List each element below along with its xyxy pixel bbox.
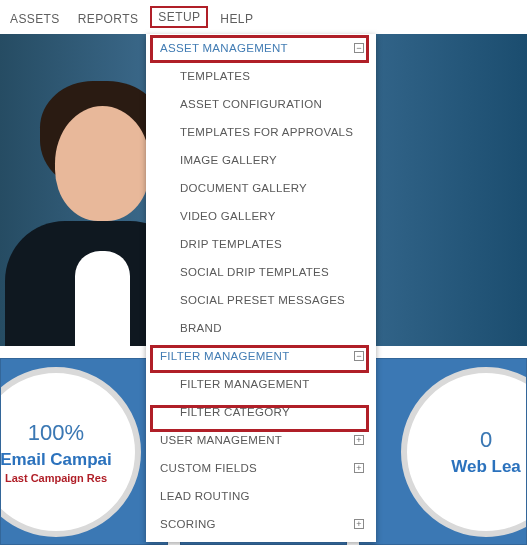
- menu-label: FILTER MANAGEMENT: [160, 350, 289, 362]
- menu-templates[interactable]: TEMPLATES: [146, 62, 376, 90]
- menu-social-preset-messages[interactable]: SOCIAL PRESET MESSAGES: [146, 286, 376, 314]
- stat-label: Web Lea: [451, 457, 521, 477]
- stat-label: Email Campai: [0, 450, 112, 470]
- stat-circle: 100% Email Campai Last Campaign Res: [0, 367, 141, 537]
- expand-icon[interactable]: +: [354, 463, 364, 473]
- menu-document-gallery[interactable]: DOCUMENT GALLERY: [146, 174, 376, 202]
- menu-lead-routing[interactable]: LEAD ROUTING: [146, 482, 376, 510]
- setup-dropdown: ASSET MANAGEMENT − TEMPLATES ASSET CONFI…: [146, 34, 376, 542]
- menu-label: SCORING: [160, 518, 216, 530]
- nav-reports[interactable]: REPORTS: [78, 10, 139, 28]
- expand-icon[interactable]: +: [354, 519, 364, 529]
- menu-filter-category[interactable]: FILTER CATEGORY: [146, 398, 376, 426]
- menu-scoring[interactable]: SCORING +: [146, 510, 376, 538]
- menu-label: CUSTOM FIELDS: [160, 462, 257, 474]
- collapse-icon[interactable]: −: [354, 351, 364, 361]
- menu-label: LEAD ROUTING: [160, 490, 250, 502]
- menu-user-management[interactable]: USER MANAGEMENT +: [146, 426, 376, 454]
- menu-filter-management-item[interactable]: FILTER MANAGEMENT: [146, 370, 376, 398]
- menu-label: USER MANAGEMENT: [160, 434, 282, 446]
- menu-brand[interactable]: BRAND: [146, 314, 376, 342]
- stat-sub: Last Campaign Res: [5, 472, 107, 484]
- menu-asset-management[interactable]: ASSET MANAGEMENT −: [146, 34, 376, 62]
- stat-card-email[interactable]: 100% Email Campai Last Campaign Res: [0, 358, 168, 545]
- nav-setup[interactable]: SETUP: [150, 6, 208, 28]
- menu-drip-templates[interactable]: DRIP TEMPLATES: [146, 230, 376, 258]
- menu-filter-management[interactable]: FILTER MANAGEMENT −: [146, 342, 376, 370]
- nav-assets[interactable]: ASSETS: [10, 10, 60, 28]
- stat-value: 0: [480, 427, 492, 453]
- stat-circle: 0 Web Lea: [401, 367, 527, 537]
- menu-asset-configuration[interactable]: ASSET CONFIGURATION: [146, 90, 376, 118]
- nav-help[interactable]: HELP: [220, 10, 253, 28]
- stat-value: 100%: [28, 420, 84, 446]
- menu-social-drip-templates[interactable]: SOCIAL DRIP TEMPLATES: [146, 258, 376, 286]
- expand-icon[interactable]: +: [354, 435, 364, 445]
- menu-custom-fields[interactable]: CUSTOM FIELDS +: [146, 454, 376, 482]
- stat-card-web[interactable]: 0 Web Lea: [359, 358, 527, 545]
- menu-video-gallery[interactable]: VIDEO GALLERY: [146, 202, 376, 230]
- menu-label: ASSET MANAGEMENT: [160, 42, 288, 54]
- collapse-icon[interactable]: −: [354, 43, 364, 53]
- menu-image-gallery[interactable]: IMAGE GALLERY: [146, 146, 376, 174]
- menu-templates-for-approvals[interactable]: TEMPLATES FOR APPROVALS: [146, 118, 376, 146]
